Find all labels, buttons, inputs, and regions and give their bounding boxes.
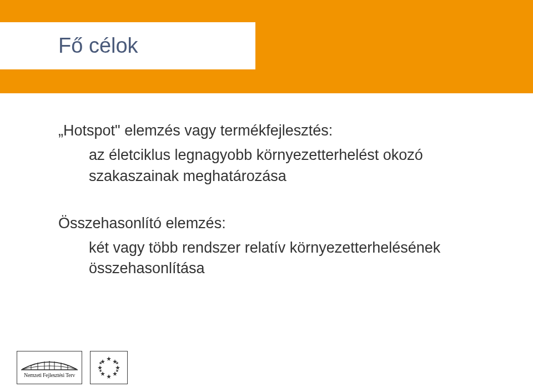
eu-stars-icon (92, 353, 125, 382)
svg-marker-11 (115, 365, 120, 370)
paragraph-2-body: két vagy több rendszer relatív környezet… (89, 238, 480, 280)
paragraph-1-body: az életciklus legnagyobb környezetterhel… (89, 145, 480, 187)
paragraph-2-title: Összehasonlító elemzés: (58, 215, 480, 232)
svg-marker-9 (107, 374, 111, 379)
svg-marker-19 (115, 369, 118, 372)
slide-title: Fő célok (0, 34, 138, 58)
svg-marker-8 (107, 356, 111, 361)
spacer (58, 193, 480, 215)
svg-marker-10 (98, 365, 102, 370)
svg-marker-15 (113, 371, 117, 376)
svg-marker-18 (99, 369, 102, 372)
nft-logo: Nemzeti Fejlesztési Terv (17, 351, 82, 384)
slide: Fő célok „Hotspot" elemzés vagy termékfe… (0, 0, 533, 392)
content-area: „Hotspot" elemzés vagy termékfejlesztés:… (58, 122, 480, 285)
svg-marker-16 (99, 361, 102, 364)
eu-logo (90, 351, 128, 384)
nft-logo-text: Nemzeti Fejlesztési Terv (24, 372, 75, 378)
svg-marker-17 (115, 361, 118, 364)
paragraph-1-title: „Hotspot" elemzés vagy termékfejlesztés: (58, 122, 480, 139)
svg-marker-14 (100, 371, 105, 376)
bridge-icon (20, 357, 79, 371)
title-box: Fő célok (0, 22, 255, 69)
footer-logos: Nemzeti Fejlesztési Terv (17, 351, 128, 384)
